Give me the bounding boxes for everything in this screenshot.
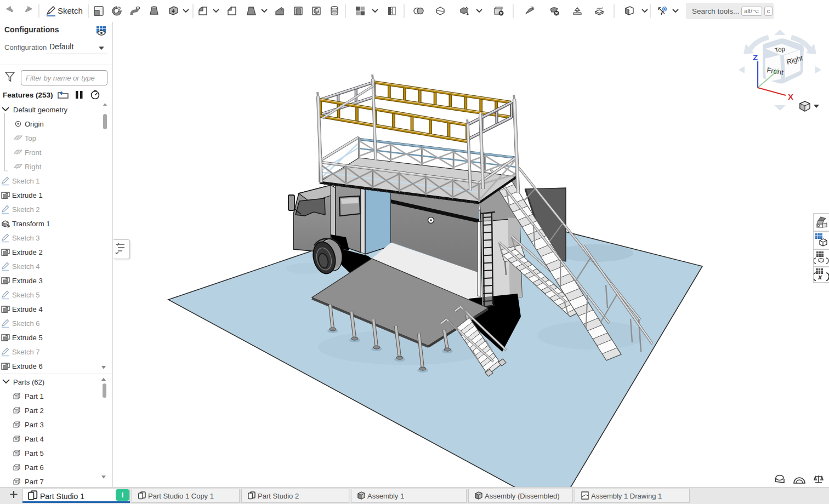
svg-text:x: x: [817, 273, 822, 281]
svg-text:X: X: [788, 92, 793, 101]
svg-text:Y: Y: [774, 67, 779, 75]
svg-text:Sketch: Sketch: [58, 6, 83, 15]
svg-text:Z: Z: [753, 53, 758, 62]
